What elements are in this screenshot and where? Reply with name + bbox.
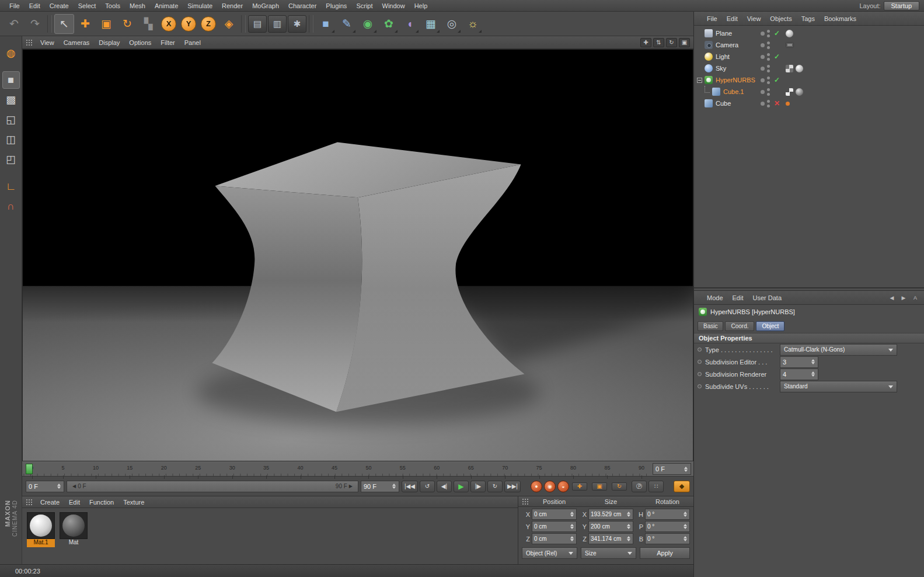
- layer-dot[interactable]: [761, 43, 765, 47]
- redo-icon[interactable]: ↷: [25, 14, 45, 34]
- vp-rotate-icon[interactable]: ↻: [666, 38, 677, 47]
- stepper-icon[interactable]: [626, 522, 631, 531]
- coord-mode-dropdown[interactable]: Object (Rel): [522, 547, 577, 559]
- subdivision-editor-field[interactable]: 3: [780, 356, 818, 368]
- axis-mode-icon[interactable]: ∟: [2, 178, 20, 195]
- viewport-menu-item[interactable]: Cameras: [59, 38, 95, 47]
- menubar-item[interactable]: Select: [74, 1, 101, 11]
- rotation-field[interactable]: 0 °: [645, 509, 690, 520]
- render-view-icon[interactable]: ▤: [248, 15, 267, 33]
- menubar-item[interactable]: Window: [378, 1, 410, 11]
- materials-menu-item[interactable]: Function: [85, 498, 118, 507]
- phong-tag-icon[interactable]: [796, 88, 803, 96]
- position-field[interactable]: 0 cm: [532, 521, 577, 532]
- layer-dot[interactable]: [761, 32, 765, 36]
- timeline-range-slider[interactable]: ◀ 0 F 90 F ▶: [67, 481, 358, 492]
- material-label[interactable]: Mat: [60, 539, 88, 547]
- attribute-menu-item[interactable]: User Data: [748, 293, 787, 303]
- stepper-icon[interactable]: [626, 510, 631, 519]
- visibility-dots[interactable]: [767, 100, 770, 107]
- vp-dolly-icon[interactable]: ⇅: [653, 38, 664, 47]
- layer-dot[interactable]: [761, 55, 765, 59]
- rotation-field[interactable]: 0 °: [645, 521, 690, 532]
- key-position-toggle[interactable]: ✚: [572, 482, 587, 491]
- autokeying-button[interactable]: ◉: [544, 481, 556, 492]
- range-left-arrow-icon[interactable]: ◀: [72, 484, 76, 489]
- key-parameter-toggle[interactable]: Ⓟ: [632, 481, 647, 492]
- layer-dot[interactable]: [761, 67, 765, 71]
- object-manager-menu-item[interactable]: Edit: [722, 14, 742, 23]
- tab-object[interactable]: Object: [756, 321, 784, 331]
- type-dropdown[interactable]: Catmull-Clark (N-Gons): [780, 344, 897, 356]
- visibility-dots[interactable]: [767, 53, 770, 61]
- stepper-icon[interactable]: [569, 534, 574, 543]
- menubar-item[interactable]: Help: [410, 1, 433, 11]
- lock-icon[interactable]: A: [911, 295, 919, 301]
- menubar-item[interactable]: Create: [45, 1, 74, 11]
- object-name[interactable]: Sky: [716, 65, 726, 72]
- om-row-light[interactable]: Light ✓: [694, 51, 924, 62]
- current-frame-field[interactable]: 0 F: [653, 463, 691, 475]
- add-environment-icon[interactable]: ▦: [421, 14, 441, 34]
- scale-tool-icon[interactable]: ▣: [96, 14, 116, 34]
- disabled-cross-icon[interactable]: ✕: [773, 99, 781, 107]
- prev-frame-button[interactable]: ◀|: [437, 481, 452, 492]
- frame-start-field[interactable]: 0 F: [26, 481, 64, 492]
- lock-x-icon[interactable]: X: [161, 16, 176, 32]
- key-rotation-toggle[interactable]: ↻: [612, 482, 627, 491]
- object-manager-menu-item[interactable]: View: [742, 14, 766, 23]
- rotate-tool-icon[interactable]: ↻: [117, 14, 137, 34]
- undo-icon[interactable]: ↶: [4, 14, 24, 34]
- stepper-icon[interactable]: [682, 510, 688, 519]
- history-forward-icon[interactable]: ▶: [899, 295, 908, 301]
- panel-handle-icon[interactable]: [26, 499, 32, 505]
- tab-basic[interactable]: Basic: [698, 321, 723, 331]
- keyframe-dot-icon[interactable]: [698, 347, 702, 352]
- layout-select-button[interactable]: Startup: [884, 1, 919, 11]
- object-manager-menu-item[interactable]: Bookmarks: [820, 14, 861, 23]
- add-modeling-icon[interactable]: ✿: [379, 14, 399, 34]
- om-row-camera[interactable]: Camera: [694, 39, 924, 51]
- tab-coord[interactable]: Coord.: [725, 321, 754, 331]
- object-name[interactable]: Camera: [716, 41, 738, 48]
- play-button[interactable]: ▶: [454, 481, 469, 492]
- object-manager-list[interactable]: Plane ✓ Camera: [694, 26, 924, 287]
- visibility-dots[interactable]: [767, 65, 770, 72]
- edges-mode-icon[interactable]: ◫: [2, 131, 20, 148]
- goto-end-button[interactable]: ▶▶|: [504, 481, 521, 492]
- visibility-dots[interactable]: [767, 77, 770, 84]
- object-manager-menu-item[interactable]: Objects: [765, 14, 796, 23]
- material-label[interactable]: Mat.1: [27, 539, 55, 547]
- move-tool-icon[interactable]: ✚: [75, 14, 95, 34]
- menubar-item[interactable]: File: [5, 1, 25, 11]
- stepper-icon[interactable]: [391, 482, 396, 491]
- material-mat[interactable]: Mat: [60, 512, 88, 547]
- attribute-menu-item[interactable]: Mode: [702, 293, 728, 303]
- menubar-item[interactable]: Script: [351, 1, 377, 11]
- material-mat1[interactable]: Mat.1: [27, 512, 55, 547]
- coord-size-dropdown[interactable]: Size: [581, 547, 636, 559]
- object-name[interactable]: Cube: [716, 100, 731, 107]
- add-camera-icon[interactable]: ◎: [442, 14, 462, 34]
- keyframe-dot-icon[interactable]: [698, 372, 702, 376]
- make-editable-icon[interactable]: ◍: [2, 44, 20, 62]
- visibility-dots[interactable]: [767, 41, 770, 49]
- panel-handle-icon[interactable]: [522, 498, 528, 505]
- object-manager-menu-item[interactable]: Tags: [797, 14, 820, 23]
- viewport-menu-item[interactable]: View: [36, 38, 59, 47]
- timeline-ruler[interactable]: 051015202530354045505560657075808590 0 F: [22, 461, 693, 477]
- add-light-icon[interactable]: ☼: [463, 14, 483, 34]
- visibility-dots[interactable]: [767, 30, 770, 37]
- stepper-icon[interactable]: [626, 534, 631, 543]
- add-deformer-icon[interactable]: ◖: [400, 14, 420, 34]
- render-picture-viewer-icon[interactable]: ▥: [268, 15, 287, 33]
- viewport-menu-item[interactable]: Display: [94, 38, 124, 47]
- range-right-arrow-icon[interactable]: ▶: [349, 484, 353, 489]
- om-row-plane[interactable]: Plane ✓: [694, 27, 924, 39]
- menubar-item[interactable]: Character: [284, 1, 321, 11]
- vp-pan-icon[interactable]: ✚: [640, 38, 651, 47]
- attribute-menu-item[interactable]: Edit: [728, 293, 748, 303]
- stepper-icon[interactable]: [569, 510, 574, 519]
- viewport-menu-item[interactable]: Panel: [180, 38, 205, 47]
- menubar-item[interactable]: Tools: [100, 1, 125, 11]
